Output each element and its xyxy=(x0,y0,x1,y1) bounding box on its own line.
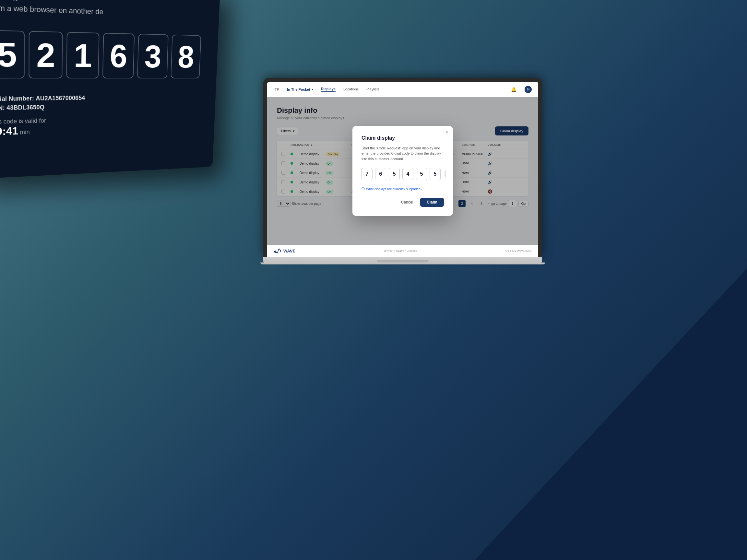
nav-playlists[interactable]: Playlists xyxy=(366,87,379,92)
tv-digit-3: 1 xyxy=(66,32,99,78)
user-avatar[interactable]: SI xyxy=(524,86,532,93)
modal-description: Start the "Code Request" app on your dis… xyxy=(361,145,444,162)
tv-code-grid: 5 2 1 6 3 8 xyxy=(0,30,201,78)
modal-overlay: × Claim display Start the "Code Request"… xyxy=(267,97,538,245)
nav-itp: ITP xyxy=(274,87,279,91)
app-ui: ITP In The Pocket ▾ Displays Locations P… xyxy=(267,82,538,257)
loading-spinner xyxy=(444,170,446,178)
claim-display-modal: × Claim display Start the "Code Request"… xyxy=(353,126,453,216)
footer: WAVE Terms • Privacy • Cookies © PPDS Wa… xyxy=(267,245,538,257)
tv-digit-2: 2 xyxy=(28,31,62,78)
modal-actions: Cancel Claim xyxy=(361,198,444,207)
laptop-screen: ITP In The Pocket ▾ Displays Locations P… xyxy=(267,82,538,257)
tv-digit-1: 5 xyxy=(0,30,25,78)
bell-icon[interactable]: 🔔 xyxy=(510,86,517,93)
laptop-body: ITP In The Pocket ▾ Displays Locations P… xyxy=(263,78,542,264)
background-shape xyxy=(293,268,747,560)
laptop-screen-outer: ITP In The Pocket ▾ Displays Locations P… xyxy=(263,78,542,257)
footer-logo: WAVE xyxy=(274,247,295,254)
code-input-2[interactable] xyxy=(375,168,386,180)
footer-links: Terms • Privacy • Cookies xyxy=(384,249,417,252)
code-input-6[interactable] xyxy=(430,168,441,180)
nav-in-pocket[interactable]: In The Pocket ▾ xyxy=(287,87,313,91)
main-content: Display info Manage all your currently c… xyxy=(267,97,538,245)
footer-logo-text: WAVE xyxy=(283,248,295,254)
laptop: ITP In The Pocket ▾ Displays Locations P… xyxy=(75,78,731,264)
nav-displays[interactable]: Displays xyxy=(321,87,336,92)
help-link[interactable]: ⓘ What displays are currently supported? xyxy=(361,187,444,191)
code-input-1[interactable] xyxy=(361,168,372,180)
code-input-3[interactable] xyxy=(389,168,400,180)
modal-title: Claim display xyxy=(361,135,444,141)
footer-copyright: © PPDS Wave 2021 xyxy=(506,249,532,252)
help-text: What displays are currently supported? xyxy=(366,187,422,191)
nav-locations[interactable]: Locations xyxy=(343,87,359,92)
tv-digit-4: 6 xyxy=(102,33,134,78)
svg-point-0 xyxy=(274,251,276,253)
modal-claim-button[interactable]: Claim xyxy=(420,198,444,207)
code-input-4[interactable] xyxy=(402,168,413,180)
wave-logo-icon xyxy=(274,247,281,254)
laptop-stand xyxy=(260,263,545,264)
code-inputs-group xyxy=(361,168,444,180)
tv-digit-6: 8 xyxy=(171,35,201,78)
code-input-5[interactable] xyxy=(416,168,427,180)
tv-digit-5: 3 xyxy=(137,34,169,78)
modal-close-button[interactable]: × xyxy=(445,130,448,135)
laptop-base xyxy=(263,257,542,263)
navbar: ITP In The Pocket ▾ Displays Locations P… xyxy=(267,82,538,97)
info-icon: ⓘ xyxy=(361,187,365,191)
nav-in-pocket-label: In The Pocket xyxy=(287,87,310,91)
nav-in-pocket-chevron-icon: ▾ xyxy=(312,88,313,91)
modal-cancel-button[interactable]: Cancel xyxy=(397,198,417,207)
